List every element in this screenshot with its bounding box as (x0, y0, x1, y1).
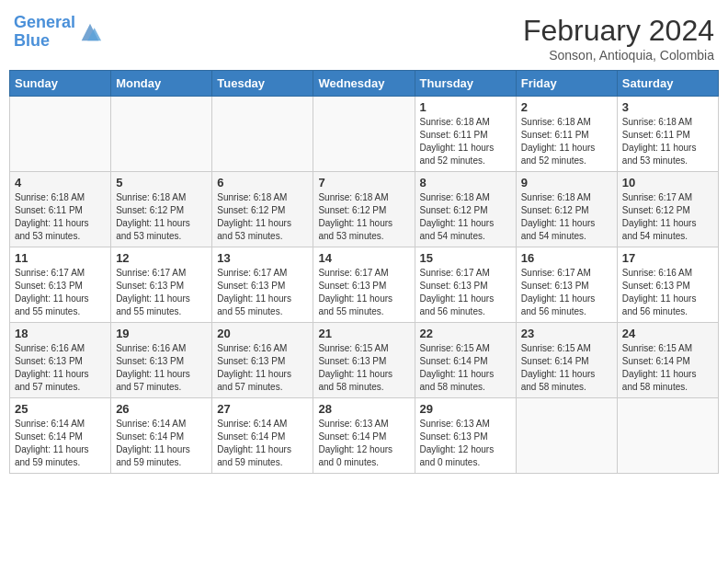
day-number: 8 (420, 176, 511, 190)
day-info: Sunrise: 6:18 AM Sunset: 6:12 PM Dayligh… (116, 191, 207, 243)
calendar-cell: 9Sunrise: 6:18 AM Sunset: 6:12 PM Daylig… (516, 172, 617, 247)
day-number: 21 (318, 327, 409, 340)
day-number: 22 (420, 327, 511, 340)
location-subtitle: Sonson, Antioquia, Colombia (523, 48, 714, 63)
weekday-header-tuesday: Tuesday (212, 71, 313, 97)
page-header: General Blue February 2024 Sonson, Antio… (9, 9, 719, 63)
calendar-cell (10, 97, 111, 172)
calendar-cell: 10Sunrise: 6:17 AM Sunset: 6:12 PM Dayli… (617, 172, 718, 247)
calendar-cell: 18Sunrise: 6:16 AM Sunset: 6:13 PM Dayli… (10, 323, 111, 398)
calendar-cell: 4Sunrise: 6:18 AM Sunset: 6:11 PM Daylig… (10, 172, 111, 247)
calendar-cell: 29Sunrise: 6:13 AM Sunset: 6:13 PM Dayli… (415, 398, 516, 474)
day-info: Sunrise: 6:18 AM Sunset: 6:12 PM Dayligh… (217, 191, 308, 243)
day-number: 24 (622, 327, 713, 340)
day-info: Sunrise: 6:16 AM Sunset: 6:13 PM Dayligh… (217, 342, 308, 394)
weekday-header-wednesday: Wednesday (313, 71, 415, 97)
calendar-cell: 14Sunrise: 6:17 AM Sunset: 6:13 PM Dayli… (313, 247, 415, 323)
calendar-cell (617, 398, 718, 474)
week-row-5: 25Sunrise: 6:14 AM Sunset: 6:14 PM Dayli… (10, 398, 719, 474)
day-number: 18 (15, 327, 106, 340)
day-info: Sunrise: 6:16 AM Sunset: 6:13 PM Dayligh… (622, 267, 713, 318)
weekday-header-saturday: Saturday (617, 71, 718, 97)
week-row-1: 1Sunrise: 6:18 AM Sunset: 6:11 PM Daylig… (10, 97, 719, 172)
day-info: Sunrise: 6:15 AM Sunset: 6:14 PM Dayligh… (420, 342, 511, 394)
day-info: Sunrise: 6:18 AM Sunset: 6:11 PM Dayligh… (622, 116, 713, 167)
day-info: Sunrise: 6:15 AM Sunset: 6:13 PM Dayligh… (318, 342, 409, 394)
day-info: Sunrise: 6:17 AM Sunset: 6:13 PM Dayligh… (217, 267, 308, 318)
day-info: Sunrise: 6:16 AM Sunset: 6:13 PM Dayligh… (15, 342, 106, 394)
week-row-3: 11Sunrise: 6:17 AM Sunset: 6:13 PM Dayli… (10, 247, 719, 323)
day-number: 19 (116, 327, 207, 340)
day-number: 13 (217, 251, 308, 265)
weekday-header-row: SundayMondayTuesdayWednesdayThursdayFrid… (10, 71, 719, 97)
day-info: Sunrise: 6:14 AM Sunset: 6:14 PM Dayligh… (217, 418, 308, 469)
day-number: 17 (622, 251, 713, 265)
calendar-cell: 20Sunrise: 6:16 AM Sunset: 6:13 PM Dayli… (212, 323, 313, 398)
calendar-cell: 2Sunrise: 6:18 AM Sunset: 6:11 PM Daylig… (516, 97, 617, 172)
day-number: 16 (521, 251, 612, 265)
day-number: 1 (420, 100, 511, 114)
calendar-cell: 17Sunrise: 6:16 AM Sunset: 6:13 PM Dayli… (617, 247, 718, 323)
day-number: 15 (420, 251, 511, 265)
weekday-header-friday: Friday (516, 71, 617, 97)
calendar-cell (516, 398, 617, 474)
logo: General Blue (14, 14, 103, 51)
calendar-table: SundayMondayTuesdayWednesdayThursdayFrid… (9, 70, 719, 474)
month-title: February 2024 (523, 14, 714, 48)
day-info: Sunrise: 6:17 AM Sunset: 6:13 PM Dayligh… (15, 267, 106, 318)
day-number: 25 (15, 402, 106, 416)
calendar-cell: 3Sunrise: 6:18 AM Sunset: 6:11 PM Daylig… (617, 97, 718, 172)
day-info: Sunrise: 6:14 AM Sunset: 6:14 PM Dayligh… (116, 418, 207, 469)
day-number: 26 (116, 402, 207, 416)
day-info: Sunrise: 6:18 AM Sunset: 6:12 PM Dayligh… (420, 191, 511, 243)
calendar-cell: 23Sunrise: 6:15 AM Sunset: 6:14 PM Dayli… (516, 323, 617, 398)
day-number: 3 (622, 100, 713, 114)
day-number: 29 (420, 402, 511, 416)
calendar-cell: 26Sunrise: 6:14 AM Sunset: 6:14 PM Dayli… (111, 398, 212, 474)
day-info: Sunrise: 6:17 AM Sunset: 6:13 PM Dayligh… (116, 267, 207, 318)
calendar-cell: 25Sunrise: 6:14 AM Sunset: 6:14 PM Dayli… (10, 398, 111, 474)
day-info: Sunrise: 6:13 AM Sunset: 6:14 PM Dayligh… (318, 418, 409, 469)
day-number: 6 (217, 176, 308, 190)
day-number: 11 (15, 251, 106, 265)
calendar-cell: 13Sunrise: 6:17 AM Sunset: 6:13 PM Dayli… (212, 247, 313, 323)
weekday-header-thursday: Thursday (415, 71, 516, 97)
day-number: 27 (217, 402, 308, 416)
day-number: 5 (116, 176, 207, 190)
calendar-cell: 6Sunrise: 6:18 AM Sunset: 6:12 PM Daylig… (212, 172, 313, 247)
day-number: 4 (15, 176, 106, 190)
day-number: 20 (217, 327, 308, 340)
calendar-cell: 7Sunrise: 6:18 AM Sunset: 6:12 PM Daylig… (313, 172, 415, 247)
day-info: Sunrise: 6:14 AM Sunset: 6:14 PM Dayligh… (15, 418, 106, 469)
calendar-cell: 27Sunrise: 6:14 AM Sunset: 6:14 PM Dayli… (212, 398, 313, 474)
calendar-cell (212, 97, 313, 172)
day-info: Sunrise: 6:18 AM Sunset: 6:11 PM Dayligh… (420, 116, 511, 167)
day-number: 28 (318, 402, 409, 416)
logo-line2: Blue (14, 31, 50, 50)
calendar-cell: 22Sunrise: 6:15 AM Sunset: 6:14 PM Dayli… (415, 323, 516, 398)
calendar-cell: 24Sunrise: 6:15 AM Sunset: 6:14 PM Dayli… (617, 323, 718, 398)
weekday-header-sunday: Sunday (10, 71, 111, 97)
calendar-cell: 28Sunrise: 6:13 AM Sunset: 6:14 PM Dayli… (313, 398, 415, 474)
weekday-header-monday: Monday (111, 71, 212, 97)
day-info: Sunrise: 6:16 AM Sunset: 6:13 PM Dayligh… (116, 342, 207, 394)
calendar-cell: 16Sunrise: 6:17 AM Sunset: 6:13 PM Dayli… (516, 247, 617, 323)
day-info: Sunrise: 6:17 AM Sunset: 6:13 PM Dayligh… (318, 267, 409, 318)
day-number: 7 (318, 176, 409, 190)
week-row-4: 18Sunrise: 6:16 AM Sunset: 6:13 PM Dayli… (10, 323, 719, 398)
day-info: Sunrise: 6:18 AM Sunset: 6:12 PM Dayligh… (521, 191, 612, 243)
logo-line1: General (14, 13, 75, 31)
day-number: 9 (521, 176, 612, 190)
logo-icon (77, 19, 103, 45)
calendar-cell (111, 97, 212, 172)
calendar-cell: 8Sunrise: 6:18 AM Sunset: 6:12 PM Daylig… (415, 172, 516, 247)
day-info: Sunrise: 6:18 AM Sunset: 6:12 PM Dayligh… (318, 191, 409, 243)
title-area: February 2024 Sonson, Antioquia, Colombi… (523, 14, 714, 63)
day-info: Sunrise: 6:18 AM Sunset: 6:11 PM Dayligh… (15, 191, 106, 243)
calendar-cell: 19Sunrise: 6:16 AM Sunset: 6:13 PM Dayli… (111, 323, 212, 398)
day-number: 2 (521, 100, 612, 114)
day-info: Sunrise: 6:18 AM Sunset: 6:11 PM Dayligh… (521, 116, 612, 167)
day-number: 23 (521, 327, 612, 340)
calendar-cell: 11Sunrise: 6:17 AM Sunset: 6:13 PM Dayli… (10, 247, 111, 323)
day-number: 12 (116, 251, 207, 265)
